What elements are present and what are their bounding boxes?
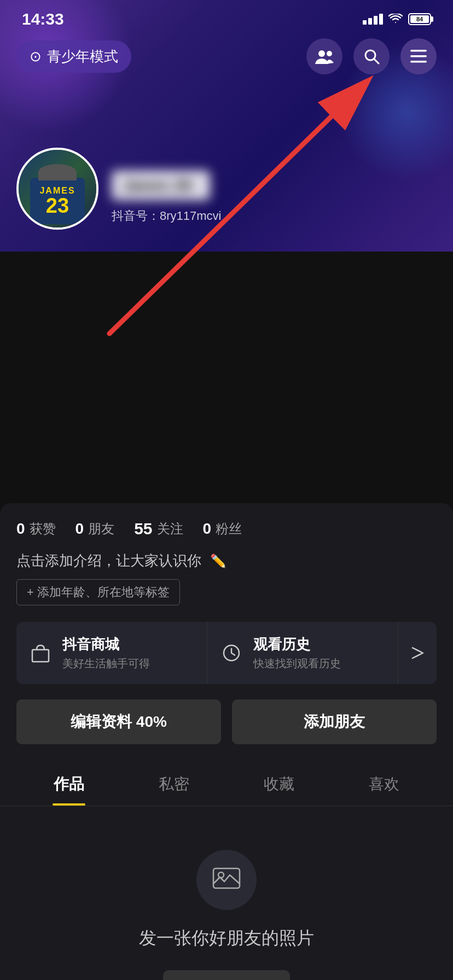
stat-following[interactable]: 55 关注 xyxy=(134,520,183,538)
stat-likes-num: 0 xyxy=(16,520,25,538)
stats-row: 0 获赞 0 朋友 55 关注 0 粉丝 xyxy=(16,520,437,538)
stat-friends[interactable]: 0 朋友 xyxy=(76,520,115,538)
history-icon xyxy=(218,640,245,666)
edit-bio-icon[interactable]: ✏️ xyxy=(210,553,226,569)
svg-point-0 xyxy=(318,50,325,57)
youth-mode-label: 青少年模式 xyxy=(47,47,118,66)
empty-state: 发一张你好朋友的照片 打开相册 xyxy=(16,806,437,980)
cart-icon xyxy=(27,640,54,666)
tab-private[interactable]: 私密 xyxy=(121,761,226,806)
battery-level: 84 xyxy=(410,15,429,23)
add-tag-button[interactable]: + 添加年龄、所在地等标签 xyxy=(16,579,180,605)
more-link[interactable] xyxy=(398,632,437,674)
stat-following-num: 55 xyxy=(134,520,152,538)
status-icons: 84 xyxy=(363,13,431,25)
profile-banner-section: JAMES 23 Janes 29 抖音号：8ry117mcvi xyxy=(16,148,437,230)
douyin-mall-text: 抖音商城 美好生活触手可得 xyxy=(62,635,150,671)
douyin-mall-subtitle: 美好生活触手可得 xyxy=(62,656,150,671)
add-friend-button[interactable]: 添加朋友 xyxy=(232,699,437,744)
svg-line-3 xyxy=(374,59,379,63)
stat-likes-label: 获赞 xyxy=(30,520,56,538)
youth-mode-icon: ⊙ xyxy=(30,48,42,65)
profile-info: Janes 29 抖音号：8ry117mcvi xyxy=(112,171,437,230)
open-album-button[interactable]: 打开相册 xyxy=(163,970,290,980)
stat-followers[interactable]: 0 粉丝 xyxy=(203,520,242,538)
stat-followers-num: 0 xyxy=(203,520,212,538)
bio-text: 点击添加介绍，让大家认识你 xyxy=(16,551,201,570)
signal-icon xyxy=(363,14,383,25)
svg-point-13 xyxy=(218,872,224,878)
add-tag-label: + 添加年龄、所在地等标签 xyxy=(27,584,170,600)
tab-likes[interactable]: 喜欢 xyxy=(332,761,437,806)
search-nav-button[interactable] xyxy=(353,38,390,74)
stat-followers-label: 粉丝 xyxy=(216,520,242,538)
tab-works[interactable]: 作品 xyxy=(16,761,121,806)
svg-point-1 xyxy=(327,51,332,56)
svg-rect-9 xyxy=(32,650,49,662)
top-nav-right xyxy=(306,38,437,74)
watch-history-link[interactable]: 观看历史 快速找到观看历史 xyxy=(207,622,398,684)
status-time: 14:33 xyxy=(22,10,64,28)
edit-profile-button[interactable]: 编辑资料 40% xyxy=(16,699,221,744)
action-buttons: 编辑资料 40% 添加朋友 xyxy=(16,699,437,744)
empty-text: 发一张你好朋友的照片 xyxy=(139,926,314,950)
bio-row[interactable]: 点击添加介绍，让大家认识你 ✏️ xyxy=(16,551,437,570)
status-bar: 14:33 84 xyxy=(0,0,453,34)
tab-favorites[interactable]: 收藏 xyxy=(226,761,332,806)
menu-nav-button[interactable] xyxy=(400,38,437,74)
top-nav: ⊙ 青少年模式 xyxy=(0,38,453,74)
tags-row[interactable]: + 添加年龄、所在地等标签 xyxy=(16,579,437,605)
stat-likes[interactable]: 0 获赞 xyxy=(16,520,56,538)
watch-history-title: 观看历史 xyxy=(253,635,341,654)
avatar[interactable]: JAMES 23 xyxy=(16,148,98,230)
tabs-row: 作品 私密 收藏 喜欢 xyxy=(0,761,453,806)
stat-following-label: 关注 xyxy=(157,520,183,538)
header-banner: ⊙ 青少年模式 xyxy=(0,0,453,252)
main-content: 0 获赞 0 朋友 55 关注 0 粉丝 点击添加介绍，让大家认识你 ✏️ + … xyxy=(0,503,453,980)
svg-rect-6 xyxy=(410,61,427,63)
empty-icon-wrap xyxy=(196,850,257,910)
watch-history-subtitle: 快速找到观看历史 xyxy=(253,656,341,671)
wifi-icon xyxy=(388,14,403,25)
photo-icon xyxy=(212,864,241,896)
svg-rect-4 xyxy=(410,50,427,52)
profile-name-blurred: Janes 29 xyxy=(112,171,210,200)
stat-friends-num: 0 xyxy=(76,520,84,538)
friends-nav-button[interactable] xyxy=(306,38,342,74)
quick-links: 抖音商城 美好生活触手可得 观看历史 快速找到观看历史 xyxy=(16,622,437,684)
profile-id: 抖音号：8ry117mcvi xyxy=(112,208,437,224)
stat-friends-label: 朋友 xyxy=(88,520,114,538)
watch-history-text: 观看历史 快速找到观看历史 xyxy=(253,635,341,671)
youth-mode-badge[interactable]: ⊙ 青少年模式 xyxy=(16,40,131,73)
douyin-mall-title: 抖音商城 xyxy=(62,635,150,654)
svg-rect-5 xyxy=(410,55,427,57)
douyin-mall-link[interactable]: 抖音商城 美好生活触手可得 xyxy=(16,622,207,684)
battery-icon: 84 xyxy=(408,13,431,25)
